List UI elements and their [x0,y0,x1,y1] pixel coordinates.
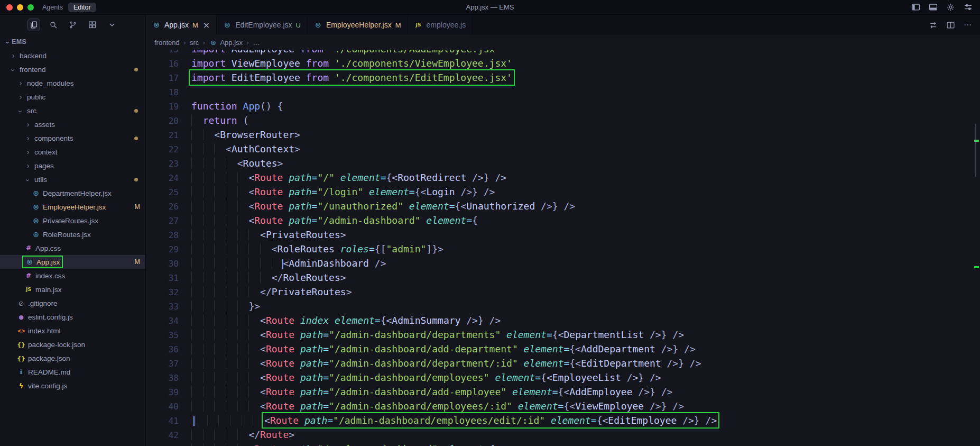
breadcrumb-item[interactable]: ⊛App.jsx [209,39,243,47]
toggle-panel-bottom-icon[interactable] [929,3,938,12]
sidebar-item-privateroutes-jsx[interactable]: ⊛PrivateRoutes.jsx [0,214,145,227]
line-number[interactable]: 33 [146,299,191,314]
tab-app-jsx[interactable]: ⊛App.jsxM× [146,15,217,35]
line-number[interactable]: 22 [146,142,191,157]
line-number[interactable]: 41 [146,414,191,428]
sidebar-item-index-css[interactable]: #index.css [0,269,145,283]
breadcrumb-item[interactable]: … [253,39,260,47]
sidebar-item-departmenthelper-jsx[interactable]: ⊛DepartmentHelper.jsx [0,186,145,200]
sidebar-item-readme-md[interactable]: ℹREADME.md [0,365,145,379]
sidebar-item-pages[interactable]: ›pages [0,159,145,172]
open-changes-icon[interactable] [929,21,938,30]
sidebar-item-employeehelper-jsx[interactable]: ⊛EmployeeHelper.jsxM [0,200,145,214]
chevron-right-icon[interactable]: › [24,148,32,156]
extensions-icon[interactable] [86,19,99,31]
code-line-24[interactable]: 24 <Route path="/" element={<RootRedirec… [146,170,980,185]
sidebar-item-src[interactable]: ›src [0,104,145,117]
line-number[interactable]: 16 [146,57,191,71]
chevron-down-icon[interactable]: › [9,67,17,74]
sidebar-item-app-jsx[interactable]: ⊛App.jsxM [0,255,145,269]
line-number[interactable]: 24 [146,171,191,185]
code-line-28[interactable]: 28 <PrivateRoutes> [146,227,980,242]
line-number[interactable]: 17 [146,71,191,85]
line-number[interactable]: 36 [146,342,191,357]
customize-layout-icon[interactable] [964,3,973,12]
code-line-37[interactable]: 37 <Route path="/admin-dashboard/departm… [146,356,980,370]
code-line-32[interactable]: 32 </PrivateRoutes> [146,285,980,299]
source-control-icon[interactable] [67,19,79,31]
line-number[interactable]: 19 [146,99,191,114]
code-line-35[interactable]: 35 <Route path="/admin-dashboard/departm… [146,327,980,342]
line-number[interactable]: 40 [146,399,191,414]
code-line-30[interactable]: 30 <AdminDashboard /> [146,256,980,270]
line-number[interactable]: 27 [146,214,191,228]
line-number[interactable]: 29 [146,242,191,257]
line-number[interactable]: 39 [146,385,191,399]
line-number[interactable]: 42 [146,428,191,442]
line-number[interactable]: 34 [146,314,191,328]
line-number[interactable]: 43 [146,442,191,446]
code-line-42[interactable]: 42 </Route> [146,427,980,442]
sidebar-item-utils[interactable]: ›utils [0,172,145,186]
sidebar-item-backend[interactable]: ›backend [0,49,145,62]
sidebar-item-frontend[interactable]: ›frontend [0,62,145,76]
code-line-15[interactable]: 15import AddEmployee from './components/… [146,50,980,56]
sidebar-item-context[interactable]: ›context [0,145,145,159]
chevron-right-icon[interactable]: › [10,51,17,60]
zoom-window-button[interactable] [27,4,34,11]
code-line-33[interactable]: 33 }> [146,299,980,313]
code-line-17[interactable]: 17import EditEmployee from './components… [146,70,980,85]
breadcrumb-item[interactable]: frontend [154,39,180,47]
code-line-34[interactable]: 34 <Route index element={<AdminSummary /… [146,313,980,327]
code-line-21[interactable]: 21 <BrowserRouter> [146,128,980,142]
chevron-down-icon[interactable]: › [24,177,32,184]
code-line-39[interactable]: 39 <Route path="/admin-dashboard/add-emp… [146,385,980,399]
tab-editemployee-jsx[interactable]: ⊛EditEmployee.jsxU [217,15,308,35]
code-line-22[interactable]: 22 <AuthContext> [146,142,980,156]
code-line-29[interactable]: 29 <RoleRoutes roles={["admin"]}> [146,242,980,256]
sidebar-item-eslint-config-js[interactable]: ●eslint.config.js [0,310,145,324]
close-icon[interactable]: × [203,20,210,30]
settings-gear-icon[interactable] [946,3,955,12]
chevron-down-icon[interactable] [106,19,118,31]
sidebar-item-node-modules[interactable]: ›node_modules [0,76,145,90]
code-line-26[interactable]: 26 <Route path="/unauthorized" element={… [146,199,980,213]
line-number[interactable]: 38 [146,371,191,385]
sidebar-item-components[interactable]: ›components [0,131,145,145]
toggle-panel-left-icon[interactable] [911,3,920,12]
minimize-window-button[interactable] [17,4,23,11]
explorer-files-icon[interactable] [27,19,40,31]
line-number[interactable]: 26 [146,199,191,214]
code-line-20[interactable]: 20 return ( [146,113,980,128]
mode-tab-editor[interactable]: Editor [68,3,96,12]
line-number[interactable]: 31 [146,271,191,285]
overview-ruler[interactable] [973,50,980,446]
code-line-27[interactable]: 27 <Route path="/admin-dashboard" elemen… [146,213,980,227]
sidebar-item-package-json[interactable]: {}package.json [0,351,145,365]
line-number[interactable]: 30 [146,257,191,271]
chevron-right-icon[interactable]: › [24,134,32,142]
line-number[interactable]: 32 [146,285,191,299]
scrollbar-thumb[interactable] [975,124,976,177]
tab-employee-js[interactable]: JSemployee.js [408,15,473,35]
code-line-19[interactable]: 19function App() { [146,99,980,113]
code-line-25[interactable]: 25 <Route path="/login" element={<Login … [146,185,980,199]
search-icon[interactable] [47,19,60,31]
line-number[interactable]: 28 [146,228,191,242]
sidebar-item-app-css[interactable]: #App.css [0,241,145,255]
code-line-40[interactable]: 40 <Route path="/admin-dashboard/employe… [146,399,980,413]
code-line-36[interactable]: 36 <Route path="/admin-dashboard/add-dep… [146,342,980,356]
chevron-right-icon[interactable]: › [24,120,32,129]
code-line-23[interactable]: 23 <Routes> [146,156,980,170]
line-number[interactable]: 25 [146,185,191,199]
line-number[interactable]: 23 [146,157,191,171]
line-number[interactable]: 35 [146,328,191,342]
tab-employeehelper-jsx[interactable]: ⊛EmployeeHelper.jsxM [308,15,408,35]
chevron-right-icon[interactable]: › [17,79,24,87]
code-editor[interactable]: 15import AddEmployee from './components/… [146,50,980,446]
breadcrumb-item[interactable]: src [190,39,199,47]
sidebar-item-public[interactable]: ›public [0,90,145,104]
line-number[interactable]: 18 [146,85,191,99]
chevron-down-icon[interactable]: › [16,108,25,115]
chevron-right-icon[interactable]: › [24,161,32,170]
